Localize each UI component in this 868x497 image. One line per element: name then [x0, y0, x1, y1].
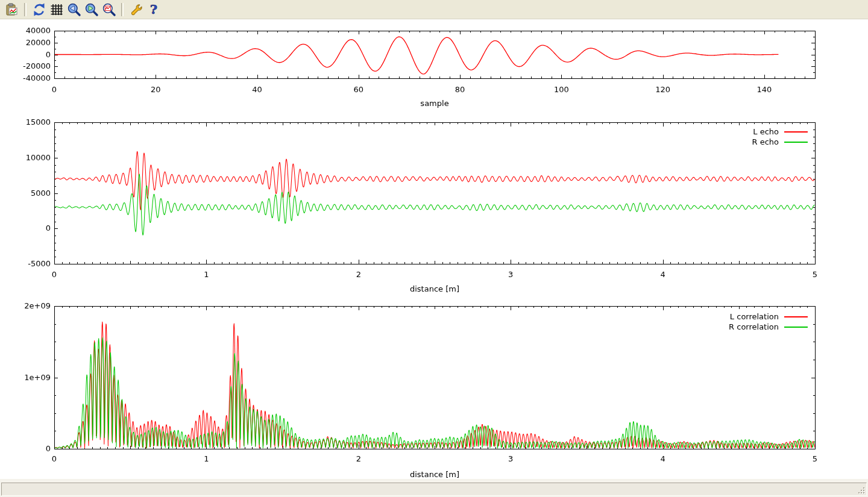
x-tick-label: 20	[151, 85, 161, 95]
x-tick-label: 2	[356, 270, 361, 280]
x-tick-label: 120	[655, 85, 670, 95]
x-tick-label: 0	[52, 270, 57, 280]
resize-grip[interactable]	[857, 486, 866, 495]
x-tick-label: 5	[813, 270, 817, 280]
copy-to-clipboard-button[interactable]	[4, 1, 20, 17]
x-tick-label: 3	[508, 270, 513, 280]
x-tick-label: 1	[204, 270, 209, 280]
zoom-next-button[interactable]	[83, 1, 99, 17]
question-mark-icon: ?	[146, 2, 161, 17]
y-tick-label: -20000	[8, 61, 51, 71]
clipboard-chart-icon	[5, 2, 19, 17]
legend-label: R correlation	[729, 322, 779, 332]
refresh-icon	[32, 2, 46, 17]
zoom-previous-icon	[67, 2, 81, 17]
y-tick-label: 40000	[8, 26, 51, 36]
configure-button[interactable]	[128, 1, 144, 17]
y-tick-label: 0	[8, 223, 51, 233]
replot-button[interactable]	[31, 1, 47, 17]
toolbar: ?	[0, 0, 868, 19]
y-tick-label: 15000	[8, 117, 51, 127]
wrench-icon	[129, 2, 143, 17]
legend-label: L echo	[753, 127, 779, 137]
x-tick-label: 4	[660, 270, 665, 280]
y-tick-label: 20000	[8, 38, 51, 48]
x-tick-label: 5	[813, 454, 817, 464]
x-tick-label: 0	[52, 85, 57, 95]
toolbar-separator	[24, 3, 27, 16]
legend-label: L correlation	[730, 312, 779, 322]
toolbar-separator	[121, 3, 124, 16]
legend-entry-r-echo: R echo	[687, 137, 808, 147]
y-tick-label: 0	[8, 50, 51, 60]
x-tick-label: 2	[356, 454, 361, 464]
y-tick-label: -40000	[8, 73, 51, 83]
x-axis-label-sample: sample	[420, 99, 448, 108]
x-tick-label: 3	[508, 454, 513, 464]
x-tick-label: 40	[252, 85, 262, 95]
legend-line-sample	[784, 316, 808, 317]
x-axis-label-distance-echo: distance [m]	[410, 284, 459, 294]
y-tick-label: 10000	[8, 153, 51, 163]
grid-icon	[49, 2, 64, 17]
legend-line-sample	[784, 142, 808, 143]
autoscale-button[interactable]	[101, 1, 117, 17]
x-tick-label: 60	[354, 85, 364, 95]
zoom-previous-button[interactable]	[66, 1, 82, 17]
y-tick-label: 2e+09	[8, 301, 51, 311]
gnuplot-window: ? 02040608010012014040000200000-20000-40…	[0, 0, 868, 497]
x-tick-label: 100	[554, 85, 569, 95]
x-tick-label: 80	[455, 85, 465, 95]
x-axis-label-distance-corr: distance [m]	[410, 470, 459, 480]
plot-area: 02040608010012014040000200000-20000-4000…	[0, 19, 868, 479]
legend-entry-l-correlation: L correlation	[687, 312, 808, 322]
legend-label: R echo	[752, 137, 779, 147]
y-tick-label: 5000	[8, 189, 51, 198]
status-bar	[0, 479, 868, 497]
y-tick-label: 0	[8, 444, 51, 454]
help-button[interactable]: ?	[145, 1, 162, 17]
legend-line-sample	[784, 327, 808, 328]
legend-line-sample	[784, 131, 808, 133]
x-tick-label: 4	[660, 454, 665, 464]
svg-text:?: ?	[149, 2, 157, 17]
zoom-next-icon	[84, 2, 99, 17]
x-tick-label: 1	[204, 454, 209, 464]
autoscale-magnifier-icon	[102, 2, 116, 17]
legend-entry-l-echo: L echo	[687, 127, 808, 137]
legend-entry-r-correlation: R correlation	[687, 322, 808, 332]
y-tick-label: -5000	[8, 259, 51, 269]
plot-canvas[interactable]	[0, 19, 868, 479]
x-tick-label: 140	[756, 85, 772, 95]
toggle-grid-button[interactable]	[48, 1, 64, 17]
x-tick-label: 0	[52, 454, 57, 464]
status-text-field	[1, 483, 867, 496]
y-tick-label: 1e+09	[8, 373, 51, 383]
